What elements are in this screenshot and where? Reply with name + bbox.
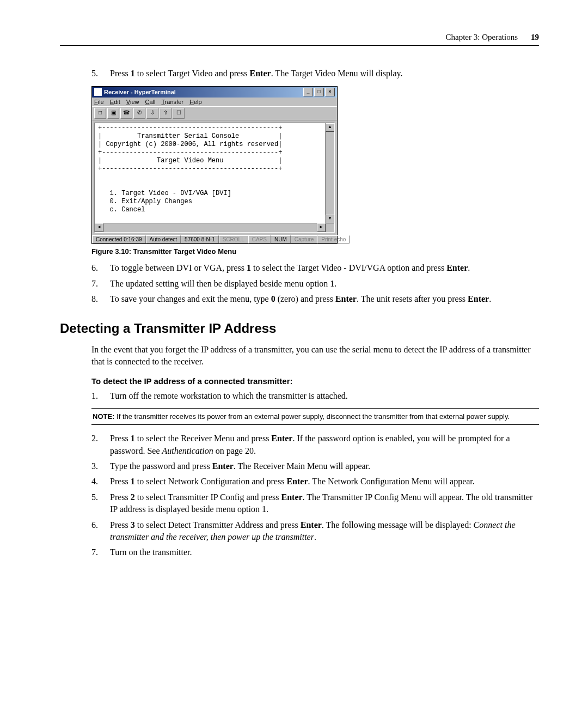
step-body: Turn off the remote workstation to which… <box>110 390 539 402</box>
step-number: 6. <box>91 262 110 274</box>
step-number: 7. <box>91 546 110 558</box>
step-body: Press 1 to select Target Video and press… <box>110 68 539 80</box>
menu-edit[interactable]: Edit <box>110 99 120 105</box>
step-body: Turn on the transmitter. <box>110 546 539 558</box>
menu-transfer[interactable]: Transfer <box>161 99 183 105</box>
step-body: The updated setting will then be display… <box>110 278 539 290</box>
step-number: 1. <box>91 390 110 402</box>
note-box: NOTE: If the transmitter receives its po… <box>91 408 539 425</box>
hyperterminal-window: Receiver - HyperTerminal _ □ × FFileile … <box>91 86 338 244</box>
toolbar: □ ▣ ☎ ✆ ⇩ ⇧ ☐ <box>92 106 337 120</box>
step-body: Press 1 to select the Receiver Menu and … <box>110 433 539 457</box>
status-capture: Capture <box>291 235 318 244</box>
figure-caption: Figure 3.10: Transmitter Target Video Me… <box>91 247 539 255</box>
toolbar-disconnect-icon[interactable]: ✆ <box>133 108 145 119</box>
scroll-left-icon[interactable]: ◄ <box>95 223 103 232</box>
window-titlebar: Receiver - HyperTerminal _ □ × <box>92 87 337 98</box>
chapter-label: Chapter 3: Operations <box>446 33 518 42</box>
page-header: Chapter 3: Operations 19 <box>60 33 539 46</box>
status-caps: CAPS <box>248 235 271 244</box>
detect-step-4: 4. Press 1 to select Network Configurati… <box>91 476 539 488</box>
status-num: NUM <box>271 235 291 244</box>
detect-step-7: 7. Turn on the transmitter. <box>91 546 539 558</box>
toolbar-properties-icon[interactable]: ☐ <box>173 108 185 119</box>
step-number: 3. <box>91 460 110 472</box>
horizontal-scrollbar[interactable]: ◄ ► <box>95 223 326 232</box>
toolbar-connect-icon[interactable]: ☎ <box>120 108 132 119</box>
step-number: 6. <box>91 519 110 544</box>
step-number: 4. <box>91 476 110 488</box>
detect-step-1: 1. Turn off the remote workstation to wh… <box>91 390 539 402</box>
maximize-button[interactable]: □ <box>314 88 324 96</box>
menu-call[interactable]: Call <box>145 99 156 105</box>
step-body: Press 2 to select Transmitter IP Config … <box>110 491 539 516</box>
status-comm: 57600 8-N-1 <box>181 235 219 244</box>
step-number: 8. <box>91 293 110 305</box>
detect-step-5: 5. Press 2 to select Transmitter IP Conf… <box>91 491 539 516</box>
menu-file[interactable]: FFileile <box>94 99 104 105</box>
section-heading: Detecting a Transmitter IP Address <box>60 321 539 336</box>
page-content: 5. Press 1 to select Target Video and pr… <box>60 68 539 559</box>
status-scroll: SCROLL <box>219 235 248 244</box>
menu-bar: FFileile Edit View Call Transfer Help <box>92 98 337 106</box>
detect-step-2: 2. Press 1 to select the Receiver Menu a… <box>91 433 539 457</box>
terminal-pane[interactable]: +---------------------------------------… <box>94 123 335 233</box>
scroll-right-icon[interactable]: ► <box>317 223 326 232</box>
scroll-up-icon[interactable]: ▲ <box>326 123 334 132</box>
close-button[interactable]: × <box>325 88 335 96</box>
minimize-button[interactable]: _ <box>303 88 313 96</box>
toolbar-new-icon[interactable]: □ <box>94 108 106 119</box>
step-number: 7. <box>91 278 110 290</box>
figure-hyperterminal: Receiver - HyperTerminal _ □ × FFileile … <box>91 86 539 244</box>
step-7: 7. The updated setting will then be disp… <box>91 278 539 290</box>
terminal-text: +---------------------------------------… <box>95 123 334 232</box>
step-6: 6. To toggle between DVI or VGA, press 1… <box>91 262 539 274</box>
menu-help[interactable]: Help <box>189 99 202 105</box>
note-label: NOTE: <box>93 412 114 421</box>
scroll-down-icon[interactable]: ▼ <box>326 215 334 223</box>
menu-view[interactable]: View <box>126 99 139 105</box>
status-echo: Print echo <box>317 235 350 244</box>
step-body: To toggle between DVI or VGA, press 1 to… <box>110 262 539 274</box>
step-8: 8. To save your changes and exit the men… <box>91 293 539 305</box>
window-title: Receiver - HyperTerminal <box>104 89 302 95</box>
status-detect: Auto detect <box>146 235 181 244</box>
step-body: To save your changes and exit the menu, … <box>110 293 539 305</box>
step-body: Press 3 to select Detect Transmitter Add… <box>110 519 539 544</box>
status-connected: Connected 0:16:39 <box>92 235 146 244</box>
step-number: 5. <box>91 491 110 516</box>
app-icon <box>94 88 102 96</box>
step-body: Press 1 to select Network Configuration … <box>110 476 539 488</box>
vertical-scrollbar[interactable]: ▲ ▼ <box>325 123 334 223</box>
subheading: To detect the IP address of a connected … <box>91 376 539 386</box>
step-number: 5. <box>91 68 110 80</box>
toolbar-open-icon[interactable]: ▣ <box>107 108 119 119</box>
note-text: If the transmitter receives its power fr… <box>114 412 510 421</box>
step-body: Type the password and press Enter. The R… <box>110 460 539 472</box>
step-5: 5. Press 1 to select Target Video and pr… <box>91 68 539 80</box>
page-number: 19 <box>531 33 539 42</box>
detect-step-6: 6. Press 3 to select Detect Transmitter … <box>91 519 539 544</box>
step-number: 2. <box>91 433 110 457</box>
toolbar-receive-icon[interactable]: ⇧ <box>160 108 171 119</box>
paragraph: In the event that you forget the IP addr… <box>91 344 539 368</box>
status-bar: Connected 0:16:39 Auto detect 57600 8-N-… <box>92 235 337 244</box>
toolbar-send-icon[interactable]: ⇩ <box>146 108 158 119</box>
resize-grip-icon[interactable] <box>326 223 334 232</box>
detect-step-3: 3. Type the password and press Enter. Th… <box>91 460 539 472</box>
